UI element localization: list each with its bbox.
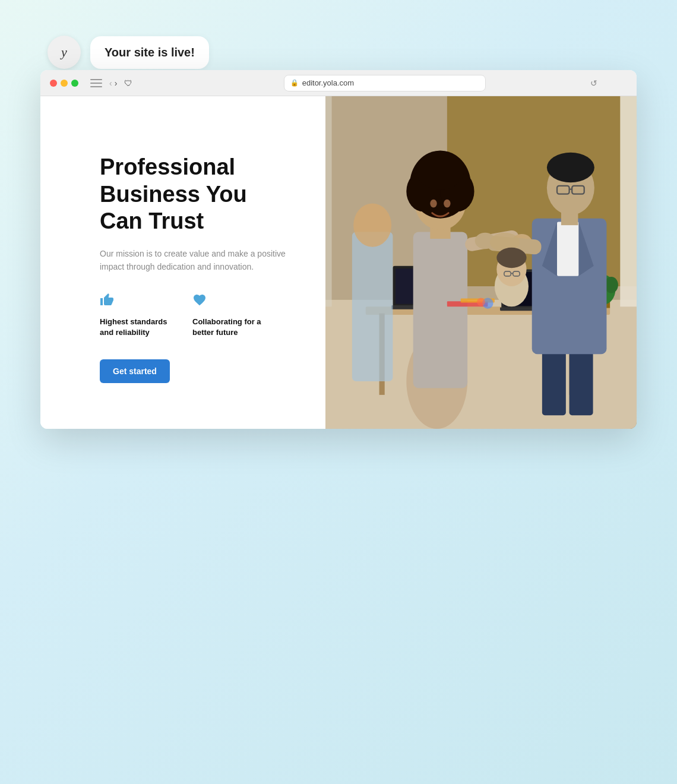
svg-rect-61	[325, 96, 332, 306]
get-started-button[interactable]: Get started	[100, 359, 170, 383]
feature-collaborating: Collaborating for a better future	[192, 293, 264, 338]
address-bar[interactable]: 🔒 editor.yola.com	[284, 75, 486, 91]
svg-rect-60	[620, 96, 637, 306]
hero-title: Professional Business You Can Trust	[100, 154, 290, 235]
yola-avatar: y	[48, 36, 81, 69]
svg-rect-21	[413, 232, 467, 388]
lock-icon: 🔒	[290, 79, 299, 87]
svg-point-29	[444, 200, 450, 208]
svg-point-28	[430, 200, 436, 208]
feature-standards: Highest standards and reliability	[100, 293, 171, 338]
forward-arrow-icon[interactable]: ›	[115, 78, 118, 88]
nav-arrows: ‹ ›	[109, 78, 117, 88]
svg-point-59	[477, 298, 485, 306]
hero-image	[325, 96, 637, 429]
feature-collaborating-label: Collaborating for a better future	[192, 317, 264, 338]
address-bar-wrapper: 🔒 editor.yola.com ↺	[142, 75, 627, 91]
browser-toolbar: ‹ › 🛡 🔒 editor.yola.com ↺	[40, 70, 637, 96]
sidebar-toggle-icon[interactable]	[90, 79, 102, 87]
security-icon: 🛡	[124, 78, 132, 88]
url-text: editor.yola.com	[302, 78, 354, 87]
system-message: Your site is live!	[90, 36, 209, 69]
minimize-button[interactable]	[61, 80, 68, 87]
back-arrow-icon[interactable]: ‹	[109, 78, 112, 88]
system-chat-bubble: y Your site is live!	[48, 36, 209, 69]
features-row: Highest standards and reliability Collab…	[100, 293, 290, 338]
traffic-lights	[50, 80, 78, 87]
svg-point-55	[353, 204, 391, 247]
thumbs-up-icon	[100, 293, 171, 311]
svg-rect-54	[352, 232, 393, 381]
svg-point-27	[416, 152, 464, 190]
svg-point-50	[496, 248, 526, 268]
hero-description: Our mission is to create value and make …	[100, 247, 290, 274]
heart-icon	[192, 293, 264, 311]
svg-point-41	[547, 153, 594, 182]
browser-content: Professional Business You Can Trust Our …	[40, 96, 637, 429]
hero-right	[325, 96, 637, 429]
browser-window: ‹ › 🛡 🔒 editor.yola.com ↺ Professional B…	[40, 70, 637, 429]
feature-standards-label: Highest standards and reliability	[100, 317, 171, 338]
refresh-icon[interactable]: ↺	[590, 78, 597, 88]
hero-left: Professional Business You Can Trust Our …	[40, 96, 325, 429]
maximize-button[interactable]	[71, 80, 78, 87]
close-button[interactable]	[50, 80, 57, 87]
svg-rect-36	[557, 222, 579, 276]
